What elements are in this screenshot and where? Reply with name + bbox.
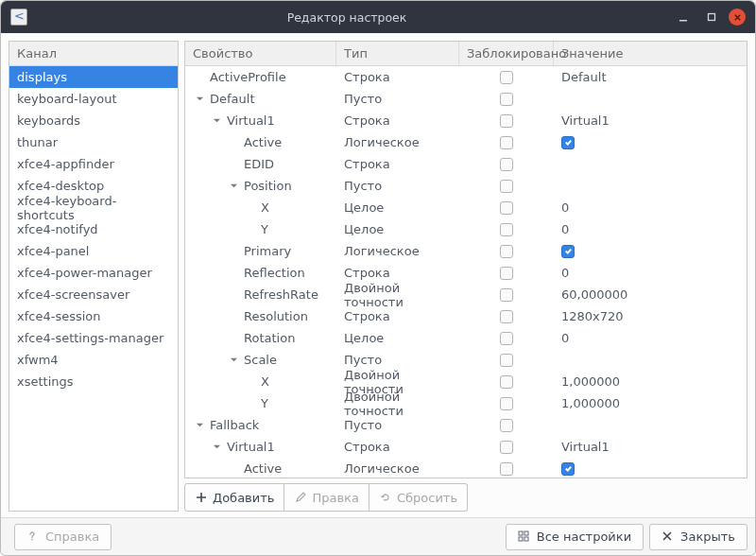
sidebar-item-thunar[interactable]: thunar [9, 131, 178, 153]
svg-text:</>: </> [14, 11, 25, 23]
locked-checkbox[interactable] [500, 375, 513, 389]
locked-checkbox[interactable] [500, 136, 513, 149]
edit-button[interactable]: Правка [284, 483, 369, 512]
chevron-down-icon[interactable] [210, 114, 223, 128]
locked-checkbox[interactable] [500, 93, 513, 106]
column-header-type[interactable]: Тип [336, 42, 459, 65]
sidebar-item-xfce4-power-manager[interactable]: xfce4-power-manager [9, 262, 178, 284]
cell-property: Reflection [185, 266, 336, 280]
reset-button[interactable]: Сбросить [369, 483, 468, 512]
locked-checkbox[interactable] [500, 332, 513, 345]
property-label: Fallback [210, 418, 259, 432]
cell-locked [459, 136, 554, 149]
grid-icon [518, 530, 531, 544]
locked-checkbox[interactable] [500, 441, 513, 454]
cell-value: Default [554, 70, 747, 84]
property-label: Y [261, 222, 268, 236]
tree-row[interactable]: ActiveProfileСтрокаDefault [185, 66, 747, 88]
tree-row[interactable]: ActiveЛогическое [185, 458, 747, 478]
sidebar-item-xsettings[interactable]: xsettings [9, 371, 178, 392]
chevron-down-icon[interactable] [227, 354, 240, 367]
main-area: Свойство Тип Заблокировано Значение Acti… [184, 41, 747, 512]
tree-row[interactable]: PrimaryЛогическое [185, 240, 747, 262]
sidebar-item-displays[interactable]: displays [9, 66, 178, 88]
sidebar-item-keyboards[interactable]: keyboards [9, 110, 178, 131]
locked-checkbox[interactable] [500, 354, 513, 367]
tree-row[interactable]: FallbackПусто [185, 414, 747, 436]
tree-row[interactable]: PositionПусто [185, 175, 747, 197]
chevron-down-icon[interactable] [193, 419, 206, 432]
locked-checkbox[interactable] [500, 223, 513, 236]
tree-row[interactable]: ActiveЛогическое [185, 131, 747, 153]
svg-rect-6 [524, 537, 528, 541]
locked-checkbox[interactable] [500, 419, 513, 432]
minimize-button[interactable] [672, 6, 695, 28]
locked-checkbox[interactable] [500, 267, 513, 280]
value-checkbox[interactable] [561, 462, 575, 476]
close-button-label: Закрыть [680, 530, 735, 544]
cell-value [554, 136, 747, 149]
locked-checkbox[interactable] [500, 310, 513, 323]
value-checkbox[interactable] [561, 136, 575, 149]
locked-checkbox[interactable] [500, 245, 513, 258]
add-button[interactable]: Добавить [184, 483, 284, 512]
sidebar-item-xfce4-panel[interactable]: xfce4-panel [9, 240, 178, 262]
property-tree: Свойство Тип Заблокировано Значение Acti… [184, 41, 747, 478]
cell-property: Position [185, 179, 336, 193]
cell-locked [459, 354, 554, 367]
property-label: Active [244, 461, 282, 476]
maximize-button[interactable] [700, 6, 723, 28]
locked-checkbox[interactable] [500, 288, 513, 302]
tree-row[interactable]: YЦелое0 [185, 218, 747, 240]
tree-row[interactable]: ScaleПусто [185, 349, 747, 371]
cell-locked [459, 245, 554, 258]
chevron-down-icon[interactable] [210, 441, 223, 454]
tree-row[interactable]: Virtual1СтрокаVirtual1 [185, 436, 747, 458]
locked-checkbox[interactable] [500, 397, 513, 410]
app-icon: </> [10, 9, 27, 26]
tree-row[interactable]: RefreshRateДвойной точности60,000000 [185, 284, 747, 305]
cell-property: Virtual1 [185, 113, 336, 128]
close-button[interactable]: Закрыть [649, 524, 747, 550]
tree-row[interactable]: Virtual1СтрокаVirtual1 [185, 110, 747, 131]
value-checkbox[interactable] [561, 245, 575, 258]
tree-row[interactable]: YДвойной точности1,000000 [185, 392, 747, 414]
tree-row[interactable]: ReflectionСтрока0 [185, 262, 747, 284]
tree-row[interactable]: XДвойной точности1,000000 [185, 371, 747, 392]
property-label: X [261, 200, 269, 215]
sidebar-item-xfce4-keyboard-shortcuts[interactable]: xfce4-keyboard-shortcuts [9, 197, 178, 218]
sidebar-item-keyboard-layout[interactable]: keyboard-layout [9, 88, 178, 110]
column-header-locked[interactable]: Заблокировано [459, 42, 554, 65]
sidebar-item-xfwm4[interactable]: xfwm4 [9, 349, 178, 371]
tree-row[interactable]: XЦелое0 [185, 197, 747, 218]
locked-checkbox[interactable] [500, 158, 513, 171]
column-header-property[interactable]: Свойство [185, 42, 336, 65]
close-window-button[interactable] [729, 9, 746, 26]
help-button[interactable]: Справка [14, 524, 112, 550]
svg-rect-4 [524, 531, 528, 535]
tree-row[interactable]: ResolutionСтрока1280x720 [185, 305, 747, 327]
column-header-value[interactable]: Значение [554, 42, 747, 65]
all-settings-button[interactable]: Все настройки [506, 524, 644, 550]
sidebar-item-xfce4-screensaver[interactable]: xfce4-screensaver [9, 284, 178, 305]
sidebar-item-xfce4-session[interactable]: xfce4-session [9, 305, 178, 327]
sidebar-item-xfce4-settings-manager[interactable]: xfce4-settings-manager [9, 327, 178, 349]
settings-editor-window: </> Редактор настроек Канал displayskeyb… [0, 0, 756, 556]
tree-row[interactable]: EDIDСтрока [185, 153, 747, 175]
property-label: Virtual1 [227, 113, 275, 128]
cell-value: 1280x720 [554, 309, 747, 323]
cell-locked [459, 201, 554, 215]
chevron-down-icon[interactable] [227, 180, 240, 193]
locked-checkbox[interactable] [500, 114, 513, 128]
property-label: Rotation [244, 331, 295, 345]
property-label: EDID [244, 157, 274, 171]
sidebar-item-xfce4-appfinder[interactable]: xfce4-appfinder [9, 153, 178, 175]
chevron-down-icon[interactable] [193, 93, 206, 106]
locked-checkbox[interactable] [500, 201, 513, 215]
cell-property: EDID [185, 157, 336, 171]
locked-checkbox[interactable] [500, 462, 513, 476]
tree-row[interactable]: DefaultПусто [185, 88, 747, 110]
locked-checkbox[interactable] [500, 71, 513, 84]
tree-row[interactable]: RotationЦелое0 [185, 327, 747, 349]
locked-checkbox[interactable] [500, 180, 513, 193]
